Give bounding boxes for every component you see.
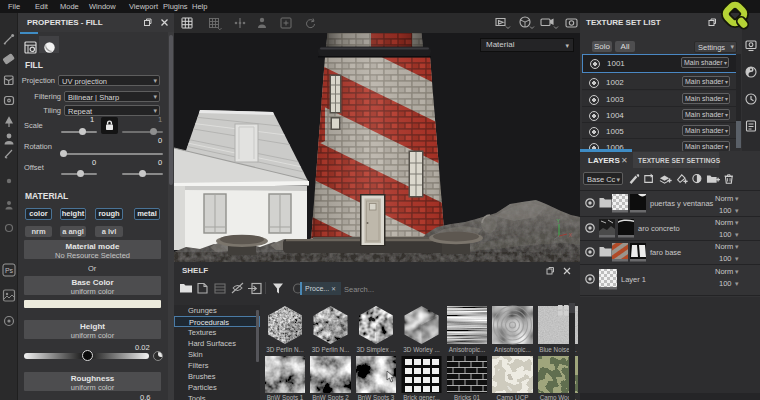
svg-text:Ps: Ps bbox=[5, 267, 14, 274]
svg-text:100: 100 bbox=[719, 206, 732, 215]
svg-text:Camo UCP: Camo UCP bbox=[497, 394, 529, 400]
svg-text:3D Perlin N...: 3D Perlin N... bbox=[266, 346, 304, 353]
svg-text:100: 100 bbox=[719, 254, 732, 263]
svg-text:BnW Spots 2: BnW Spots 2 bbox=[312, 394, 349, 400]
svg-text:faro base: faro base bbox=[650, 248, 681, 257]
svg-text:BnW Spots 3: BnW Spots 3 bbox=[358, 394, 395, 400]
svg-text:100: 100 bbox=[719, 279, 732, 288]
svg-text:▾: ▾ bbox=[735, 195, 739, 202]
svg-text:3D Simplex ...: 3D Simplex ... bbox=[356, 346, 395, 354]
svg-text:Norm: Norm bbox=[715, 218, 733, 227]
svg-text:puertas y ventanas: puertas y ventanas bbox=[650, 199, 714, 208]
svg-text:aro concreto: aro concreto bbox=[638, 224, 680, 233]
svg-text:Layer 1: Layer 1 bbox=[621, 275, 646, 284]
svg-text:Anisotropic...: Anisotropic... bbox=[449, 346, 486, 354]
svg-text:▾: ▾ bbox=[735, 243, 739, 250]
svg-text:Norm: Norm bbox=[715, 267, 733, 276]
svg-text:Brick gener...: Brick gener... bbox=[403, 394, 440, 400]
svg-text:3D Perlin N...: 3D Perlin N... bbox=[312, 346, 350, 353]
svg-text:▾: ▾ bbox=[735, 231, 739, 238]
svg-text:▾: ▾ bbox=[735, 268, 739, 275]
svg-text:Norm: Norm bbox=[715, 194, 733, 203]
svg-text:BnW Spots 1: BnW Spots 1 bbox=[267, 394, 304, 400]
svg-text:Bricks 01: Bricks 01 bbox=[454, 394, 480, 400]
svg-text:▾: ▾ bbox=[735, 280, 739, 287]
svg-text:▾: ▾ bbox=[735, 207, 739, 214]
svg-text:3D Worley ...: 3D Worley ... bbox=[403, 346, 440, 354]
svg-text:Anisotropic...: Anisotropic... bbox=[494, 346, 531, 354]
svg-text:100: 100 bbox=[719, 230, 732, 239]
svg-text:Norm: Norm bbox=[715, 242, 733, 251]
svg-text:▾: ▾ bbox=[735, 219, 739, 226]
svg-text:▾: ▾ bbox=[735, 255, 739, 262]
